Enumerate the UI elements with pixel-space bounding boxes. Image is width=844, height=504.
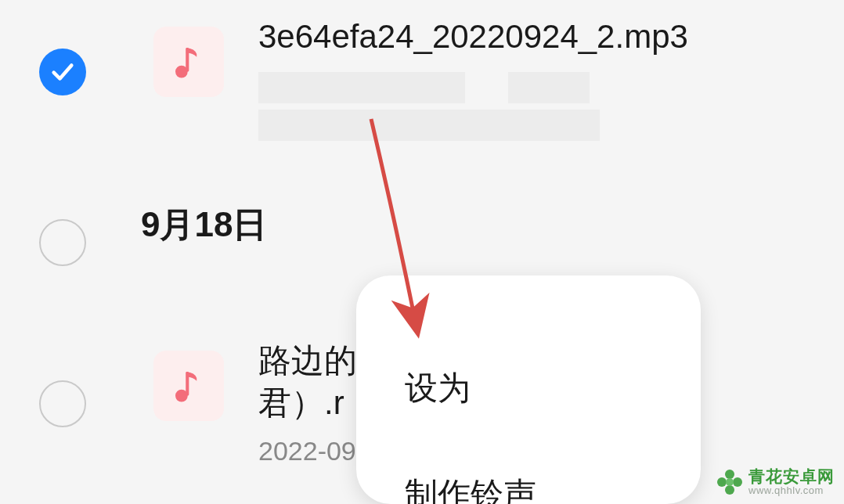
checkbox-unchecked[interactable] [39, 219, 86, 266]
meta-redacted [258, 72, 844, 103]
checkbox-unchecked[interactable] [39, 380, 86, 427]
svg-point-5 [717, 477, 727, 487]
watermark-name: 青花安卓网 [748, 468, 835, 485]
svg-point-8 [726, 478, 734, 486]
checkmark-icon [39, 49, 86, 95]
checkbox-checked[interactable] [39, 49, 86, 95]
watermark-logo-icon [714, 466, 745, 498]
svg-point-4 [725, 470, 734, 479]
menu-item-make-ringtone[interactable]: 制作铃声 [405, 466, 652, 504]
menu-item-set-as[interactable]: 设为 [405, 360, 652, 416]
music-file-icon [153, 27, 224, 97]
file-item[interactable]: 3e64efa24_20220924_2.mp3 [0, 0, 844, 141]
svg-point-7 [725, 485, 734, 495]
meta-redacted [258, 110, 844, 141]
date-label: 9月18日 [141, 202, 267, 248]
context-menu: 设为 制作铃声 [356, 275, 701, 504]
file-name: 3e64efa24_20220924_2.mp3 [258, 16, 814, 58]
file-info: 3e64efa24_20220924_2.mp3 [258, 16, 844, 141]
music-file-icon [153, 351, 224, 421]
watermark-url: www.qhhlv.com [748, 485, 835, 496]
date-header-row[interactable]: 9月18日 [0, 185, 844, 266]
watermark: 青花安卓网 www.qhhlv.com [714, 466, 835, 498]
svg-point-6 [733, 477, 742, 487]
